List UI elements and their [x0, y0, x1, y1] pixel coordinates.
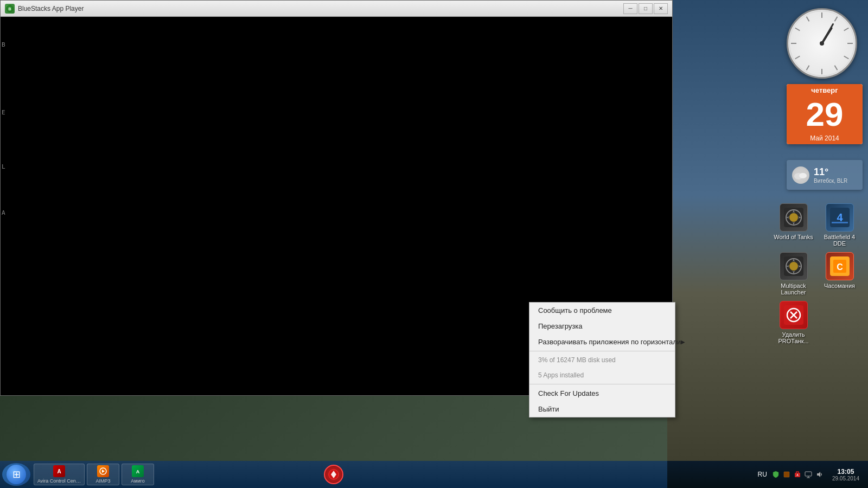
svg-line-25 [795, 28, 800, 31]
window-controls: ─ □ ✕ [623, 3, 668, 14]
context-menu-item-quit[interactable]: Выйти [529, 401, 675, 417]
svg-marker-4 [102, 470, 105, 473]
taskbar-item-aimp3-label: AIMP3 [95, 478, 110, 484]
context-menu-separator-1 [529, 351, 675, 351]
svg-text:B: B [8, 7, 11, 11]
side-label-b: B [2, 41, 5, 48]
svg-text:4: 4 [837, 211, 843, 223]
maximize-button[interactable]: □ [639, 3, 653, 14]
weather-info: 11° Витебск, BLR [814, 166, 847, 184]
desktop-icon-chasomania[interactable]: С Часомания [819, 252, 860, 296]
svg-point-29 [820, 41, 824, 46]
clock-display[interactable]: 13:05 29.05.2014 [828, 467, 864, 483]
desktop-icon-multipack[interactable]: Multipack Launcher [773, 252, 814, 296]
submenu-arrow-icon: ▶ [681, 339, 685, 345]
desktop-icon-bf4[interactable]: 4 Battlefield 4 DDE [819, 203, 860, 247]
window-titlebar: B BlueStacks App Player ─ □ ✕ [1, 1, 672, 17]
taskbar-item-amigo-label: Амиго [131, 478, 144, 484]
amigo-icon: A [132, 465, 144, 477]
svg-line-28 [822, 24, 833, 43]
tray-icon-shield[interactable] [771, 470, 780, 479]
context-menu-disk-info: 3% of 16247 MB disk used [529, 352, 675, 368]
language-indicator[interactable]: RU [756, 470, 769, 479]
svg-line-19 [844, 56, 849, 59]
calendar-widget[interactable]: четверг 29 Май 2014 [787, 84, 863, 144]
clock-widget [787, 8, 857, 79]
calendar-weekday: четверг [787, 84, 863, 97]
multipack-icon-image [780, 252, 808, 280]
delete-pro-icon-label: Удалить PROТанк... [773, 331, 814, 344]
taskbar-item-aimp3[interactable]: AIMP3 [87, 464, 119, 485]
context-menu: Сообщить о проблеме Перезагрузка Развора… [529, 302, 675, 418]
bf4-icon-image: 4 [826, 203, 854, 232]
window-title: BlueStacks App Player [18, 5, 623, 12]
taskbar-right: RU A [667, 461, 868, 488]
calendar-day: 29 [787, 97, 863, 132]
svg-rect-10 [805, 472, 812, 476]
start-button[interactable]: ⊞ [2, 463, 30, 486]
taskbar-clock-time: 13:05 [838, 468, 854, 476]
chasomania-icon-label: Часомания [824, 282, 855, 289]
minimize-button[interactable]: ─ [623, 3, 637, 14]
desktop-icon-delete-pro[interactable]: Удалить PROТанк... [773, 301, 814, 344]
bf4-icon-label: Battlefield 4 DDE [819, 234, 860, 247]
svg-rect-38 [832, 222, 848, 223]
wot-icon-label: World of Tanks [774, 234, 813, 240]
svg-line-20 [835, 66, 838, 70]
window-app-icon: B [5, 4, 15, 14]
svg-line-22 [807, 66, 809, 70]
tray-icon-av[interactable]: A [793, 470, 802, 479]
svg-line-17 [844, 28, 849, 31]
clock-face [787, 8, 857, 79]
svg-text:С: С [837, 262, 843, 272]
svg-text:A: A [136, 469, 140, 474]
weather-widget[interactable]: 11° Витебск, BLR [787, 160, 863, 190]
taskbar: ⊞ A Avira Control Center AIMP3 [0, 461, 667, 488]
desktop: B BlueStacks App Player ─ □ ✕ B E L A Со… [0, 0, 868, 488]
side-label-e: E [2, 109, 5, 116]
taskbar-item-avira-label: Avira Control Center [37, 478, 81, 484]
svg-point-32 [799, 173, 807, 178]
weather-icon [792, 166, 809, 184]
tray-icon-flag[interactable] [782, 470, 791, 479]
svg-line-16 [835, 17, 838, 22]
weather-temperature: 11° [814, 166, 847, 178]
taskbar-item-amigo[interactable]: A Амиго [122, 464, 154, 485]
aimp3-icon [97, 465, 109, 477]
bluestacks-center-icon [324, 465, 343, 484]
context-menu-item-restart[interactable]: Перезагрузка [529, 318, 675, 334]
svg-point-35 [789, 213, 798, 222]
svg-marker-13 [817, 472, 820, 477]
side-label-l: L [2, 163, 5, 170]
avira-icon: A [53, 465, 65, 477]
context-menu-apps-info: 5 Apps installed [529, 368, 675, 383]
desktop-icons: World of Tanks 4 Battlefield 4 DDE [770, 201, 863, 347]
taskbar-clock-date: 29.05.2014 [832, 476, 859, 481]
tray-icon-monitor[interactable] [804, 470, 813, 479]
svg-line-23 [795, 56, 800, 59]
svg-point-41 [789, 262, 798, 271]
chasomania-icon-image: С [826, 252, 854, 280]
taskbar-item-avira[interactable]: A Avira Control Center [34, 464, 85, 485]
multipack-icon-label: Multipack Launcher [773, 282, 814, 296]
svg-line-26 [807, 17, 809, 22]
delete-icon-image [780, 301, 808, 329]
bluestacks-taskbar-icon[interactable] [324, 465, 343, 484]
weather-location: Витебск, BLR [814, 178, 847, 184]
svg-text:A: A [796, 473, 799, 477]
wot-icon-image [780, 203, 808, 232]
svg-rect-7 [784, 472, 789, 477]
calendar-month-year: Май 2014 [787, 132, 863, 144]
side-label-a: A [2, 209, 5, 216]
context-menu-item-update[interactable]: Check For Updates [529, 386, 675, 401]
desktop-icon-wot[interactable]: World of Tanks [773, 203, 814, 247]
context-menu-item-report[interactable]: Сообщить о проблеме [529, 303, 675, 318]
svg-text:A: A [57, 468, 61, 474]
system-tray: RU A [756, 470, 824, 479]
start-orb-icon: ⊞ [7, 465, 26, 484]
tray-icon-volume[interactable] [815, 470, 824, 479]
context-menu-item-rotate[interactable]: Разворачивать приложения по горизонтали … [529, 334, 675, 350]
context-menu-separator-2 [529, 384, 675, 384]
close-button[interactable]: ✕ [654, 3, 668, 14]
